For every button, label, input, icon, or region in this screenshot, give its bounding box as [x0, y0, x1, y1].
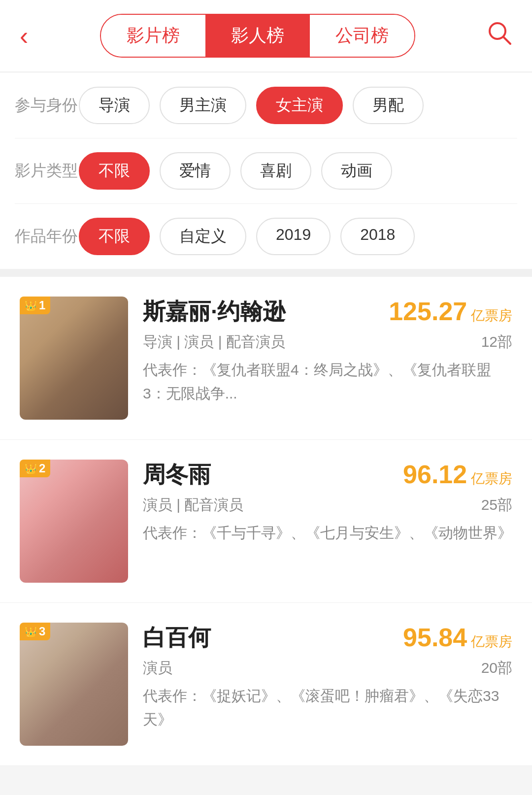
- person-photo-3: [20, 623, 128, 746]
- list-item: 👑1斯嘉丽·约翰逊125.27 亿票房导演 | 演员 | 配音演员12部代表作：…: [0, 277, 532, 440]
- genre-filter-label: 影片类型: [15, 160, 79, 182]
- role-filter-row: 参与身份 导演男主演女主演男配: [15, 73, 517, 138]
- person-photo-1: [20, 297, 128, 420]
- role-options: 导演男主演女主演男配: [79, 87, 517, 124]
- genre-chip-romance[interactable]: 爱情: [160, 152, 231, 190]
- works-text: 代表作：《千与千寻》、《七月与安生》、《动物世界》: [143, 521, 512, 545]
- person-info-3: 白百何95.84 亿票房演员20部代表作：《捉妖记》、《滚蛋吧！肿瘤君》、《失恋…: [143, 623, 512, 731]
- genre-chip-animation[interactable]: 动画: [321, 152, 392, 190]
- rank-badge-1: 👑1: [20, 297, 50, 314]
- role-filter-label: 参与身份: [15, 95, 79, 116]
- rank-badge-2: 👑2: [20, 460, 50, 477]
- works-text: 代表作：《复仇者联盟4：终局之战》、《复仇者联盟3：无限战争...: [143, 358, 512, 405]
- filter-section: 参与身份 导演男主演女主演男配 影片类型 不限爱情喜剧动画 作品年份 不限自定义…: [0, 73, 532, 269]
- genre-chip-all[interactable]: 不限: [79, 152, 150, 190]
- role-chip-lead_male[interactable]: 男主演: [160, 87, 246, 124]
- movies-count: 12部: [481, 332, 512, 352]
- box-office-unit: 亿票房: [467, 471, 512, 486]
- roles-row: 导演 | 演员 | 配音演员12部: [143, 332, 512, 352]
- role-chip-lead_female[interactable]: 女主演: [256, 87, 343, 124]
- box-office-unit: 亿票房: [467, 308, 512, 323]
- rank-photo-3: 👑3: [20, 623, 128, 746]
- header-tab-group: 影片榜影人榜公司榜: [100, 14, 415, 58]
- genre-options: 不限爱情喜剧动画: [79, 152, 517, 190]
- works-text: 代表作：《捉妖记》、《滚蛋吧！肿瘤君》、《失恋33天》: [143, 684, 512, 731]
- search-button[interactable]: [487, 20, 512, 52]
- rank-badge-3: 👑3: [20, 623, 50, 640]
- box-office-number: 125.27: [389, 297, 467, 326]
- header: ‹ 影片榜影人榜公司榜: [0, 0, 532, 72]
- person-info-1: 斯嘉丽·约翰逊125.27 亿票房导演 | 演员 | 配音演员12部代表作：《复…: [143, 297, 512, 405]
- tab-movies[interactable]: 影片榜: [101, 15, 205, 57]
- box-office: 125.27 亿票房: [389, 297, 512, 326]
- rank-number: 3: [39, 625, 45, 638]
- crown-icon: 👑: [25, 626, 37, 637]
- genre-filter-row: 影片类型 不限爱情喜剧动画: [15, 138, 517, 204]
- tab-people[interactable]: 影人榜: [205, 15, 310, 57]
- rank-photo-1: 👑1: [20, 297, 128, 420]
- roles-text: 演员: [143, 658, 172, 678]
- rank-number: 1: [39, 298, 45, 312]
- list-item: 👑2周冬雨96.12 亿票房演员 | 配音演员25部代表作：《千与千寻》、《七月…: [0, 440, 532, 603]
- back-button[interactable]: ‹: [20, 23, 28, 49]
- year-chip-2018[interactable]: 2018: [340, 218, 415, 255]
- crown-icon: 👑: [25, 463, 37, 474]
- roles-text: 导演 | 演员 | 配音演员: [143, 332, 285, 352]
- year-filter-row: 作品年份 不限自定义20192018: [15, 204, 517, 269]
- rank-photo-2: 👑2: [20, 460, 128, 583]
- role-chip-support_male[interactable]: 男配: [353, 87, 424, 124]
- role-chip-director[interactable]: 导演: [79, 87, 150, 124]
- rank-number: 2: [39, 462, 45, 475]
- svg-line-1: [503, 37, 510, 44]
- genre-chip-comedy[interactable]: 喜剧: [240, 152, 311, 190]
- roles-row: 演员20部: [143, 658, 512, 678]
- year-filter-label: 作品年份: [15, 226, 79, 247]
- person-name: 斯嘉丽·约翰逊: [143, 297, 285, 327]
- year-chip-custom[interactable]: 自定义: [160, 218, 246, 255]
- person-name: 白百何: [143, 623, 211, 653]
- year-options: 不限自定义20192018: [79, 218, 517, 255]
- crown-icon: 👑: [25, 299, 37, 311]
- list-item: 👑3白百何95.84 亿票房演员20部代表作：《捉妖记》、《滚蛋吧！肿瘤君》、《…: [0, 603, 532, 766]
- box-office: 96.12 亿票房: [403, 460, 512, 489]
- movies-count: 20部: [481, 658, 512, 678]
- person-info-2: 周冬雨96.12 亿票房演员 | 配音演员25部代表作：《千与千寻》、《七月与安…: [143, 460, 512, 545]
- roles-row: 演员 | 配音演员25部: [143, 495, 512, 515]
- tab-companies[interactable]: 公司榜: [310, 15, 414, 57]
- movies-count: 25部: [481, 495, 512, 515]
- box-office-number: 95.84: [403, 623, 467, 652]
- year-chip-2019[interactable]: 2019: [256, 218, 331, 255]
- box-office: 95.84 亿票房: [403, 623, 512, 652]
- rankings-list: 👑1斯嘉丽·约翰逊125.27 亿票房导演 | 演员 | 配音演员12部代表作：…: [0, 277, 532, 766]
- person-name: 周冬雨: [143, 460, 211, 490]
- box-office-number: 96.12: [403, 460, 467, 489]
- box-office-unit: 亿票房: [467, 634, 512, 649]
- roles-text: 演员 | 配音演员: [143, 495, 243, 515]
- year-chip-all[interactable]: 不限: [79, 218, 150, 255]
- person-photo-2: [20, 460, 128, 583]
- section-divider: [0, 269, 532, 277]
